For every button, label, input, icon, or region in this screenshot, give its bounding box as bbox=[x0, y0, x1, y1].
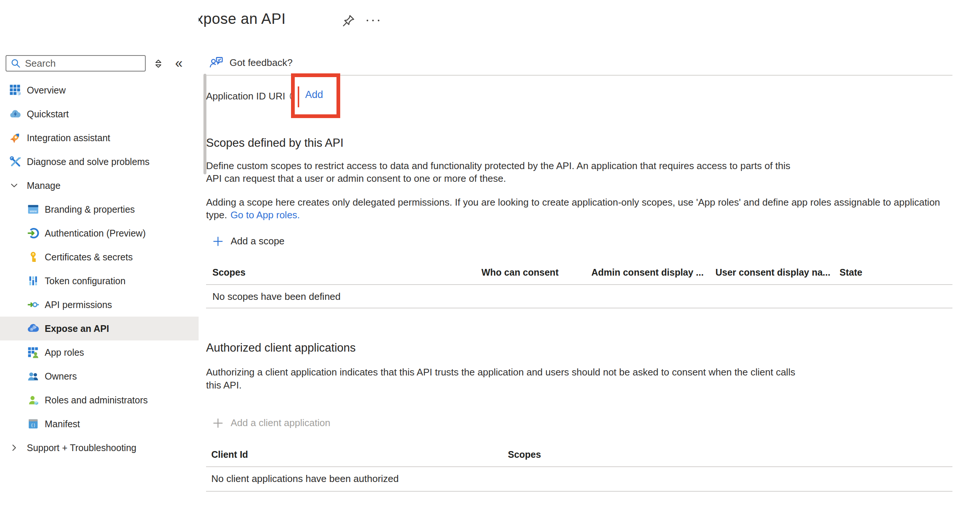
sidebar-item-label: Owners bbox=[45, 371, 77, 382]
got-feedback-button[interactable]: Got feedback? bbox=[209, 55, 293, 70]
roles-administrators-icon bbox=[27, 394, 40, 406]
annotation-highlight-box: Add bbox=[291, 73, 340, 118]
sidebar-item-manifest[interactable]: { } Manifest bbox=[0, 412, 199, 436]
add-a-scope-label: Add a scope bbox=[231, 235, 285, 247]
sidebar-section-label: Support + Troubleshooting bbox=[27, 442, 136, 453]
expose-an-api-page: eric-test-delete-me | Expose an API « bbox=[0, 0, 980, 517]
chevron-right-icon bbox=[10, 443, 19, 452]
chevron-down-icon bbox=[10, 181, 19, 190]
sidebar-item-label: Integration assistant bbox=[27, 133, 110, 143]
sidebar-item-label: Token configuration bbox=[45, 276, 126, 286]
search-input[interactable] bbox=[25, 58, 137, 69]
add-a-client-application-label: Add a client application bbox=[231, 417, 330, 429]
sidebar-item-label: API permissions bbox=[45, 300, 112, 310]
plus-icon bbox=[212, 236, 224, 247]
sidebar-section-support-troubleshooting[interactable]: Support + Troubleshooting bbox=[0, 436, 199, 460]
sidebar-item-certificates-secrets[interactable]: Certificates & secrets bbox=[0, 245, 199, 269]
api-permissions-icon bbox=[27, 298, 40, 311]
state-column-header: State bbox=[840, 267, 862, 278]
authorized-clients-section-title: Authorized client applications bbox=[206, 341, 356, 355]
client-scopes-column-header: Scopes bbox=[508, 449, 541, 460]
scopes-table-bottom-divider bbox=[206, 308, 953, 308]
scopes-description-line2: API can request that a user or admin con… bbox=[206, 173, 506, 184]
diagnose-tools-icon bbox=[9, 155, 22, 168]
add-a-client-application-button[interactable]: Add a client application bbox=[212, 417, 330, 429]
sidebar-item-label: Quickstart bbox=[27, 109, 69, 120]
sidebar-item-branding-properties[interactable]: www Branding & properties bbox=[0, 197, 199, 221]
sidebar-item-label: Authentication (Preview) bbox=[45, 228, 146, 239]
unfold-sections-icon[interactable] bbox=[153, 58, 164, 69]
scopes-column-header: Scopes bbox=[212, 267, 245, 278]
clients-table-header-divider bbox=[206, 466, 953, 467]
sidebar-item-authentication[interactable]: Authentication (Preview) bbox=[0, 221, 199, 245]
certificates-key-icon bbox=[27, 251, 40, 263]
svg-text:{ }: { } bbox=[31, 423, 35, 427]
scopes-empty-message: No scopes have been defined bbox=[212, 291, 340, 303]
app-roles-icon bbox=[27, 346, 40, 359]
sidebar-scrollbar[interactable] bbox=[204, 74, 207, 174]
sidebar-item-label: App roles bbox=[45, 347, 84, 358]
sidebar-item-label: Overview bbox=[27, 85, 65, 96]
sidebar-item-label: Branding & properties bbox=[45, 204, 135, 215]
sidebar-item-app-roles[interactable]: App roles bbox=[0, 341, 199, 364]
go-to-app-roles-link[interactable]: Go to App roles. bbox=[230, 209, 299, 220]
sidebar-item-integration-assistant[interactable]: Integration assistant bbox=[0, 126, 199, 150]
owners-icon bbox=[27, 370, 40, 382]
sidebar-item-api-permissions[interactable]: API permissions bbox=[0, 293, 199, 317]
blade-title: Expose an API bbox=[186, 10, 286, 27]
scopes-description-line1: Define custom scopes to restrict access … bbox=[206, 160, 790, 172]
scopes-note-line2: type.Go to App roles. bbox=[206, 209, 300, 221]
add-a-scope-button[interactable]: Add a scope bbox=[212, 235, 285, 247]
plus-icon-disabled bbox=[212, 417, 224, 429]
sidebar-item-label: Diagnose and solve problems bbox=[27, 157, 150, 167]
more-options-icon[interactable] bbox=[364, 15, 382, 26]
sidebar-item-expose-an-api[interactable]: Expose an API bbox=[0, 317, 199, 341]
sidebar-item-quickstart[interactable]: Quickstart bbox=[0, 102, 199, 126]
annotation-artifact bbox=[298, 86, 299, 107]
pin-icon[interactable] bbox=[341, 13, 356, 28]
scopes-table-header-divider bbox=[206, 284, 953, 285]
sidebar-item-label: Manifest bbox=[45, 419, 80, 430]
manifest-icon: { } bbox=[27, 417, 40, 430]
got-feedback-label: Got feedback? bbox=[229, 57, 293, 68]
admin-consent-column-header: Admin consent display ... bbox=[591, 267, 703, 278]
search-icon bbox=[10, 58, 21, 69]
branding-icon: www bbox=[27, 203, 40, 216]
application-id-uri-label: Application ID URI bbox=[206, 90, 285, 102]
sidebar-section-label: Manage bbox=[27, 180, 60, 191]
scopes-note-line2-prefix: type. bbox=[206, 209, 227, 220]
overview-icon bbox=[9, 84, 22, 97]
user-consent-column-header: User consent display na... bbox=[716, 267, 830, 278]
collapse-sidebar-icon[interactable]: « bbox=[172, 55, 186, 71]
sidebar-item-label: Expose an API bbox=[45, 323, 109, 334]
sidebar-section-manage[interactable]: Manage bbox=[0, 174, 199, 197]
expose-api-icon bbox=[27, 322, 40, 335]
feedback-icon bbox=[209, 55, 224, 70]
sidebar-item-diagnose[interactable]: Diagnose and solve problems bbox=[0, 150, 199, 174]
sidebar-item-overview[interactable]: Overview bbox=[0, 78, 199, 102]
clients-table-bottom-divider bbox=[206, 491, 953, 492]
quickstart-icon bbox=[9, 108, 22, 120]
clients-empty-message: No client applications have been authori… bbox=[211, 473, 399, 485]
integration-assistant-icon bbox=[9, 132, 22, 144]
token-configuration-icon bbox=[27, 274, 40, 287]
authentication-icon bbox=[27, 227, 40, 239]
sidebar-item-label: Roles and administrators bbox=[45, 395, 148, 406]
sidebar-search[interactable] bbox=[6, 55, 146, 71]
sidebar-item-roles-administrators[interactable]: Roles and administrators bbox=[0, 388, 199, 412]
sidebar-item-label: Certificates & secrets bbox=[45, 252, 133, 263]
who-can-consent-column-header: Who can consent bbox=[481, 267, 558, 278]
sidebar-nav: Overview Quickstart In bbox=[0, 78, 199, 460]
clients-description-line1: Authorizing a client application indicat… bbox=[206, 366, 795, 378]
clients-description-line2: this API. bbox=[206, 379, 242, 391]
scopes-section-title: Scopes defined by this API bbox=[206, 136, 344, 150]
sidebar: « Overview Quickstart bbox=[0, 0, 199, 517]
client-id-column-header: Client Id bbox=[211, 449, 248, 460]
scopes-note-line1: Adding a scope here creates only delegat… bbox=[206, 197, 940, 208]
sidebar-item-owners[interactable]: Owners bbox=[0, 364, 199, 388]
add-application-id-uri-link[interactable]: Add bbox=[305, 89, 323, 101]
sidebar-item-token-configuration[interactable]: Token configuration bbox=[0, 269, 199, 293]
svg-text:www: www bbox=[29, 209, 37, 213]
